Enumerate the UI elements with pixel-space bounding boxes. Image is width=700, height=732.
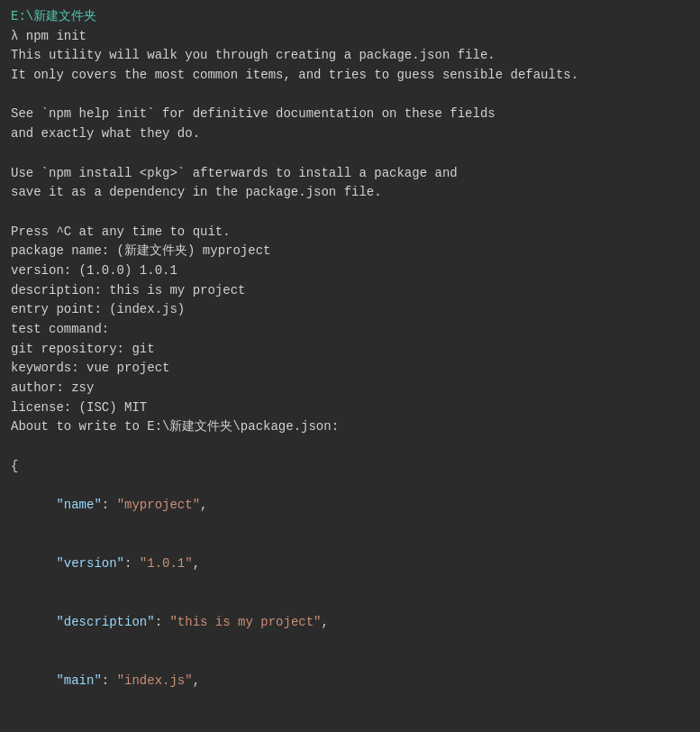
quit-line: Press ^C at any time to quit. <box>11 223 689 242</box>
info-line-1: This utility will walk you through creat… <box>11 46 689 66</box>
blank-line-2 <box>11 144 689 164</box>
json-main-value: "index.js" <box>117 673 193 688</box>
info-line-2: It only covers the most common items, an… <box>11 66 689 86</box>
json-description-line: "description": "this is my project", <box>11 594 689 653</box>
terminal-window: E:\新建文件夹 λ npm init This utility will wa… <box>11 7 689 732</box>
license-line: license: (ISC) MIT <box>11 398 689 418</box>
json-colon-4: : <box>102 673 117 688</box>
git-repo-line: git repository: git <box>11 340 689 360</box>
keywords-line: keywords: vue project <box>11 359 689 379</box>
json-main-line: "main": "index.js", <box>11 653 689 711</box>
json-name-value: "myproject" <box>117 498 200 512</box>
json-comma-4: , <box>193 673 200 688</box>
version-line: version: (1.0.0) 1.0.1 <box>11 261 689 281</box>
json-name-line: "name": "myproject", <box>11 477 689 535</box>
json-version-key: "version" <box>41 556 124 571</box>
json-description-key: "description" <box>41 615 155 629</box>
install-line-2: save it as a dependency in the package.j… <box>11 183 689 203</box>
blank-line-1 <box>11 86 689 105</box>
terminal-prompt: λ npm init <box>11 27 689 47</box>
install-line-1: Use `npm install <pkg>` afterwards to in… <box>11 164 689 184</box>
json-comma-3: , <box>321 615 328 629</box>
json-open-brace: { <box>11 457 689 477</box>
package-name-line: package name: (新建文件夹) myproject <box>11 242 689 261</box>
description-line: description: this is my project <box>11 281 689 301</box>
json-version-line: "version": "1.0.1", <box>11 535 689 594</box>
json-name-key: "name" <box>41 498 102 512</box>
author-line: author: zsy <box>11 379 689 398</box>
json-comma-2: , <box>193 556 200 571</box>
json-description-value: "this is my project" <box>169 615 321 629</box>
json-colon-3: : <box>155 615 170 629</box>
json-version-value: "1.0.1" <box>140 556 193 571</box>
json-comma-1: , <box>200 498 207 512</box>
terminal-title: E:\新建文件夹 <box>11 7 689 27</box>
json-colon-1: : <box>102 498 117 512</box>
entry-point-line: entry point: (index.js) <box>11 300 689 320</box>
json-scripts-line: "scripts": { <box>11 711 689 732</box>
help-line-2: and exactly what they do. <box>11 124 689 144</box>
about-to-write-line: About to write to E:\新建文件夹\package.json: <box>11 417 689 437</box>
test-command-line: test command: <box>11 320 689 340</box>
json-colon-2: : <box>124 556 140 571</box>
blank-line-3 <box>11 203 689 223</box>
json-main-key: "main" <box>41 673 102 688</box>
blank-line-4 <box>11 437 689 457</box>
help-line-1: See `npm help init` for definitive docum… <box>11 105 689 124</box>
